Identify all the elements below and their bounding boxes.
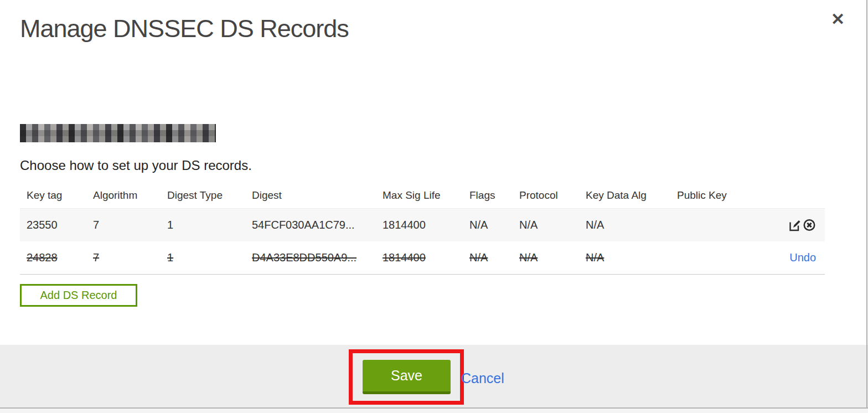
undo-link[interactable]: Undo <box>789 251 816 264</box>
cell-digest: 54FCF030AA1C79... <box>245 219 376 231</box>
table-row-deleted: 24828 7 1 D4A33E8DD550A9... 1814400 N/A … <box>20 241 825 275</box>
cell-protocol: N/A <box>513 219 579 231</box>
cell-algorithm: 7 <box>86 251 161 264</box>
save-button[interactable]: Save <box>363 360 451 394</box>
cell-flags: N/A <box>463 251 513 264</box>
table-row: 23550 7 1 54FCF030AA1C79... 1814400 N/A … <box>20 208 825 241</box>
page-title: Manage DNSSEC DS Records <box>20 14 349 43</box>
close-icon[interactable]: ✕ <box>831 11 845 28</box>
cell-digest: D4A33E8DD550A9... <box>245 251 376 264</box>
cell-max-sig-life: 1814400 <box>376 251 463 264</box>
edit-icon[interactable] <box>788 219 802 232</box>
column-header-digest-type: Digest Type <box>161 189 245 202</box>
cell-key-data-alg: N/A <box>579 219 670 231</box>
cell-algorithm: 7 <box>86 219 161 231</box>
cell-digest-type: 1 <box>161 251 245 264</box>
cell-digest-type: 1 <box>161 219 245 231</box>
table-header-row: Key tag Algorithm Digest Type Digest Max… <box>20 183 825 208</box>
add-ds-record-button[interactable]: Add DS Record <box>20 284 137 307</box>
cell-key-tag: 23550 <box>20 219 86 231</box>
window-bottom-strip <box>0 409 868 413</box>
cell-key-tag: 24828 <box>20 251 86 264</box>
row-actions <box>775 219 825 232</box>
column-header-algorithm: Algorithm <box>86 189 161 202</box>
modal-footer: Save Cancel <box>0 345 868 407</box>
row-actions: Undo <box>775 251 825 264</box>
column-header-flags: Flags <box>463 189 513 202</box>
cancel-link[interactable]: Cancel <box>461 370 504 386</box>
column-header-key-tag: Key tag <box>20 189 86 202</box>
column-header-max-sig-life: Max Sig Life <box>376 189 463 202</box>
instruction-text: Choose how to set up your DS records. <box>20 158 252 173</box>
ds-records-table: Key tag Algorithm Digest Type Digest Max… <box>20 183 825 275</box>
column-header-protocol: Protocol <box>513 189 579 202</box>
column-header-public-key: Public Key <box>670 189 775 202</box>
cell-protocol: N/A <box>513 251 579 264</box>
redacted-domain-name <box>20 124 216 142</box>
window-right-border <box>866 0 867 408</box>
cell-flags: N/A <box>463 219 513 231</box>
column-header-digest: Digest <box>245 189 376 202</box>
delete-icon[interactable] <box>803 219 816 232</box>
column-header-key-data-alg: Key Data Alg <box>579 189 670 202</box>
cell-key-data-alg: N/A <box>579 251 670 264</box>
cell-max-sig-life: 1814400 <box>376 219 463 231</box>
